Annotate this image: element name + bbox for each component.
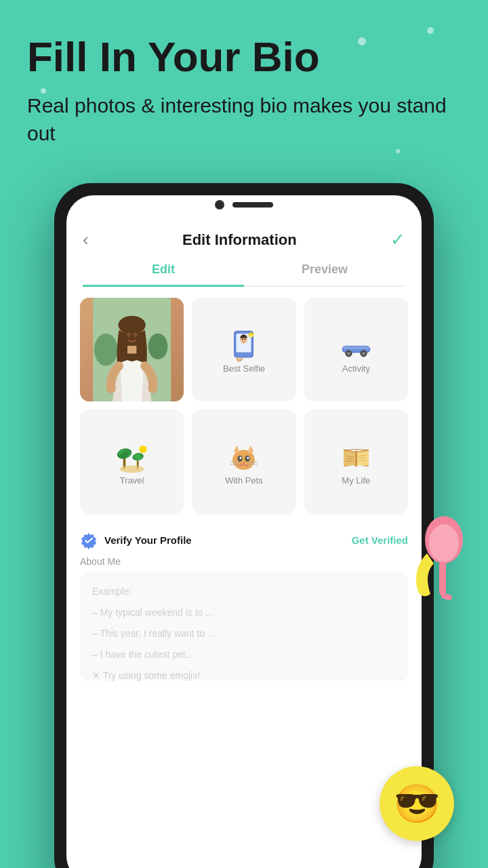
tab-edit[interactable]: Edit	[83, 262, 244, 287]
about-me-label: About Me	[80, 556, 408, 567]
travel-cell[interactable]: Travel	[80, 410, 184, 513]
selfie-icon: ★	[225, 326, 262, 363]
my-life-label: My Life	[342, 475, 370, 486]
placeholder-line-4: ✕ Try using some emojis!	[92, 669, 396, 681]
placeholder-example: Example:	[92, 585, 396, 599]
verify-badge-icon	[80, 532, 98, 549]
svg-point-31	[119, 465, 144, 473]
svg-point-7	[134, 332, 138, 337]
svg-rect-23	[342, 346, 369, 349]
verify-profile-row: Verify Your Profile Get Verified	[66, 525, 422, 556]
svg-point-18	[347, 352, 350, 355]
svg-point-41	[247, 456, 249, 459]
svg-point-20	[362, 352, 365, 355]
page-title: Fill In Your Bio	[27, 34, 461, 80]
speaker-bar	[232, 202, 273, 208]
best-selfie-cell[interactable]: ★ Best Selfie	[192, 298, 296, 401]
verify-text: Verify Your Profile	[104, 534, 192, 546]
photo-grid: ★ Best Selfie	[66, 287, 422, 525]
svg-point-5	[119, 316, 146, 334]
svg-rect-8	[127, 346, 136, 353]
svg-point-12	[242, 338, 243, 340]
svg-point-2	[148, 334, 168, 359]
best-selfie-label: Best Selfie	[223, 363, 265, 374]
placeholder-line-3: – I have the cutest pet...	[92, 648, 396, 662]
svg-rect-57	[441, 593, 453, 601]
activity-label: Activity	[342, 363, 370, 374]
travel-label: Travel	[120, 475, 144, 486]
svg-point-33	[232, 450, 255, 469]
my-life-icon	[338, 438, 375, 475]
get-verified-link[interactable]: Get Verified	[352, 534, 408, 546]
back-button[interactable]: ‹	[83, 229, 89, 250]
svg-point-40	[240, 456, 242, 459]
pets-icon	[225, 438, 262, 475]
svg-rect-56	[439, 561, 446, 595]
profile-photo-cell[interactable]	[80, 298, 184, 401]
camera-dot	[215, 200, 224, 210]
phone-frame: ‹ Edit Information ✓ Edit Preview	[54, 183, 434, 868]
phone-notch	[176, 195, 312, 214]
confirm-button[interactable]: ✓	[390, 229, 405, 250]
activity-cell[interactable]: Activity	[304, 298, 408, 401]
placeholder-line-2: – This year, I really want to ...	[92, 627, 396, 641]
svg-point-55	[429, 524, 459, 562]
svg-point-6	[127, 332, 131, 337]
placeholder-line-1: – My typical weekend is to ...	[92, 606, 396, 620]
page-subtitle: Real photos & interesting bio makes you …	[27, 92, 461, 147]
svg-point-1	[94, 334, 117, 366]
with-pets-cell[interactable]: With Pets	[192, 410, 296, 513]
svg-point-13	[245, 338, 246, 340]
travel-icon	[113, 438, 150, 475]
about-me-section: About Me Example: – My typical weekend i…	[66, 556, 422, 868]
tab-bar: Edit Preview	[83, 262, 405, 287]
svg-rect-47	[355, 450, 357, 467]
emoji-sticker: 😎	[380, 766, 454, 841]
svg-point-32	[140, 446, 147, 453]
about-me-input-box[interactable]: Example: – My typical weekend is to ... …	[80, 572, 408, 681]
decorative-figure	[407, 513, 468, 637]
my-life-cell[interactable]: My Life	[304, 410, 408, 513]
activity-icon	[338, 326, 375, 363]
tab-preview[interactable]: Preview	[244, 262, 405, 285]
screen-title: Edit Information	[182, 231, 297, 249]
with-pets-label: With Pets	[225, 475, 263, 486]
